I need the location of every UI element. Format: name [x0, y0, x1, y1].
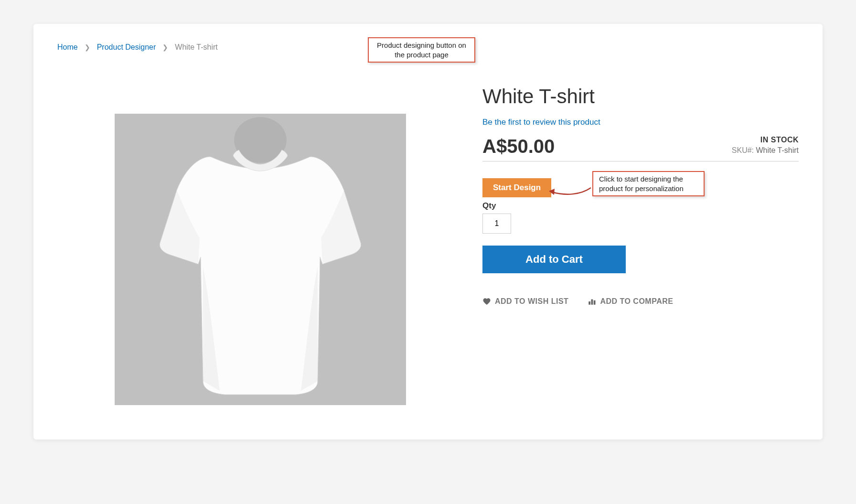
chevron-right-icon: ❯ [162, 43, 168, 51]
start-design-button[interactable]: Start Design [482, 178, 551, 197]
arrow-annotation-icon [547, 185, 592, 197]
sku-value: White T-shirt [756, 146, 799, 154]
annotation-callout-design: Click to start designing the product for… [592, 171, 705, 196]
qty-label: Qty [482, 201, 799, 211]
product-sku: SKU#: White T-shirt [732, 146, 799, 155]
product-content: White T-shirt Be the first to review thi… [57, 56, 799, 405]
stock-info: IN STOCK SKU#: White T-shirt [732, 136, 799, 155]
qty-input[interactable] [482, 214, 511, 234]
add-to-compare-link[interactable]: ADD TO COMPARE [588, 297, 673, 306]
breadcrumb-current: White T-shirt [175, 43, 218, 52]
divider [482, 161, 799, 161]
design-row: Start Design Click to start designing th… [482, 178, 799, 197]
review-link[interactable]: Be the first to review this product [482, 118, 600, 127]
product-price: A$50.00 [482, 136, 555, 157]
secondary-actions: ADD TO WISH LIST ADD TO COMPARE [482, 297, 799, 306]
breadcrumb-home[interactable]: Home [57, 43, 78, 52]
svg-rect-2 [589, 301, 591, 305]
product-title: White T-shirt [482, 85, 799, 108]
sku-label: SKU#: [732, 146, 754, 154]
product-image-column [57, 56, 463, 405]
breadcrumb-category[interactable]: Product Designer [97, 43, 156, 52]
product-page-card: Home ❯ Product Designer ❯ White T-shirt … [33, 24, 823, 440]
add-to-cart-button[interactable]: Add to Cart [482, 246, 626, 273]
annotation-callout-top: Product designing button on the product … [368, 37, 475, 63]
chevron-right-icon: ❯ [85, 43, 90, 51]
stock-status: IN STOCK [732, 136, 799, 144]
tshirt-image [115, 114, 406, 405]
price-row: A$50.00 IN STOCK SKU#: White T-shirt [482, 136, 799, 157]
heart-icon [482, 297, 491, 306]
product-info-column: White T-shirt Be the first to review thi… [482, 56, 799, 405]
svg-rect-3 [591, 300, 593, 305]
compare-label: ADD TO COMPARE [600, 297, 673, 306]
wishlist-label: ADD TO WISH LIST [495, 297, 568, 306]
product-image[interactable] [115, 114, 406, 405]
bar-chart-icon [588, 297, 596, 306]
add-to-wishlist-link[interactable]: ADD TO WISH LIST [482, 297, 568, 306]
svg-rect-4 [594, 300, 596, 305]
